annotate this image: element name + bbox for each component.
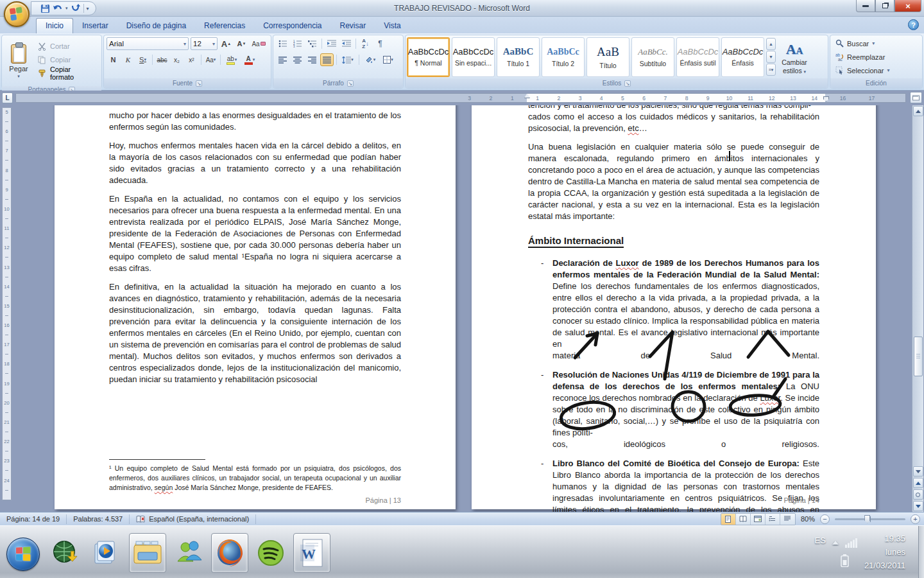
- copy-button[interactable]: Copiar: [35, 53, 99, 66]
- tab-referencias[interactable]: Referencias: [195, 19, 254, 33]
- superscript-button[interactable]: x²: [185, 53, 198, 66]
- style-item--nfasis[interactable]: AaBbCcDcÉnfasis: [721, 37, 764, 77]
- clear-formatting-button[interactable]: Aa: [250, 37, 267, 50]
- taskbar-item-messenger[interactable]: [170, 533, 207, 573]
- gallery-down-button[interactable]: ▼: [766, 51, 776, 63]
- style-item-t-tulo-1[interactable]: AaBbCTítulo 1: [497, 37, 540, 77]
- page-14[interactable]: tención y el tratamiento de los paciente…: [472, 105, 876, 509]
- change-styles-button[interactable]: AA Cambiar estilos ▾: [778, 40, 811, 74]
- next-page-button[interactable]: [913, 501, 923, 511]
- taskbar-item-downloader[interactable]: [47, 533, 84, 573]
- font-dialog-launcher[interactable]: ↘: [196, 80, 202, 87]
- align-left-button[interactable]: [276, 53, 289, 66]
- undo-dropdown[interactable]: ▾: [65, 6, 68, 11]
- align-right-button[interactable]: [305, 53, 319, 66]
- numbering-button[interactable]: 123: [291, 37, 304, 50]
- network-icon[interactable]: [845, 538, 858, 548]
- show-desktop-button[interactable]: [918, 526, 924, 578]
- office-button[interactable]: [4, 1, 30, 27]
- multilevel-list-button[interactable]: [305, 37, 319, 50]
- font-family-select[interactable]: Arial▾: [107, 37, 189, 50]
- replace-button[interactable]: abac Reemplazar: [833, 51, 920, 63]
- font-size-select[interactable]: 12▾: [191, 37, 218, 50]
- line-spacing-button[interactable]: ▾: [339, 53, 356, 66]
- scrollbar-track[interactable]: [913, 117, 923, 466]
- font-color-button[interactable]: A ▾: [241, 53, 258, 66]
- style-item--normal[interactable]: AaBbCcDc¶ Normal: [407, 37, 450, 77]
- tab-insertar[interactable]: Insertar: [73, 19, 117, 33]
- format-painter-button[interactable]: Copiar formato: [35, 67, 99, 80]
- sort-button[interactable]: AZ↓: [359, 37, 372, 50]
- highlight-color-button[interactable]: ab ▾: [223, 53, 240, 66]
- underline-button[interactable]: S▾: [136, 53, 150, 66]
- show-hidden-icons-button[interactable]: [832, 541, 839, 545]
- select-browse-object-button[interactable]: [913, 489, 923, 500]
- style-item-t-tulo[interactable]: AaBTítulo: [586, 37, 629, 77]
- taskbar-item-media-player[interactable]: [88, 533, 125, 573]
- start-button[interactable]: [6, 538, 40, 571]
- styles-dialog-launcher[interactable]: ↘: [624, 80, 631, 87]
- find-button[interactable]: Buscar▾: [833, 37, 920, 49]
- zoom-slider[interactable]: [835, 518, 905, 520]
- shrink-font-button[interactable]: A▼: [235, 37, 248, 50]
- proofing-status[interactable]: Español (España, internacional): [130, 514, 256, 524]
- minimize-button[interactable]: [856, 0, 875, 12]
- save-button[interactable]: [40, 4, 50, 13]
- strikethrough-button[interactable]: abc: [155, 53, 169, 66]
- ruler-toggle-button[interactable]: [910, 92, 922, 103]
- style-item-t-tulo-2[interactable]: AaBbCcTítulo 2: [542, 37, 585, 77]
- vertical-scrollbar[interactable]: [912, 105, 923, 512]
- style-item-sin-espaci-[interactable]: AaBbCcDcSin espaci...: [452, 37, 495, 77]
- help-icon[interactable]: ?: [908, 19, 919, 30]
- zoom-slider-thumb[interactable]: [864, 515, 870, 523]
- gallery-more-button[interactable]: ≡▾: [766, 64, 776, 76]
- subscript-button[interactable]: x₂: [170, 53, 184, 66]
- undo-button[interactable]: [53, 4, 63, 13]
- style-item-subt-tulo[interactable]: AaBbCc.Subtítulo: [631, 37, 674, 77]
- scrollbar-thumb[interactable]: [914, 337, 923, 376]
- page-13[interactable]: mucho por hacer debido a las enormes des…: [55, 105, 456, 509]
- increase-indent-button[interactable]: [339, 37, 353, 50]
- close-button[interactable]: ×: [894, 0, 921, 12]
- select-button[interactable]: Seleccionar▾: [833, 64, 920, 76]
- taskbar-item-firefox[interactable]: [211, 533, 248, 573]
- show-paragraph-marks-button[interactable]: ¶: [373, 37, 387, 50]
- tab-correspondencia[interactable]: Correspondencia: [254, 19, 330, 33]
- web-layout-view-button[interactable]: [751, 514, 766, 525]
- tab-revisar[interactable]: Revisar: [331, 19, 375, 33]
- decrease-indent-button[interactable]: [325, 37, 338, 50]
- justify-button[interactable]: [320, 53, 334, 66]
- language-bar[interactable]: ES: [815, 536, 826, 545]
- fullscreen-reading-view-button[interactable]: [736, 514, 751, 525]
- battery-icon[interactable]: [841, 554, 849, 567]
- page-indicator[interactable]: Página: 14 de 19: [0, 514, 67, 524]
- bold-button[interactable]: N: [107, 53, 120, 66]
- print-layout-view-button[interactable]: [721, 514, 736, 525]
- align-center-button[interactable]: [291, 53, 304, 66]
- taskbar-item-spotify[interactable]: [252, 533, 289, 573]
- tab-inicio[interactable]: Inicio: [36, 18, 73, 33]
- gallery-up-button[interactable]: ▲: [766, 38, 776, 50]
- scroll-up-button[interactable]: [913, 106, 923, 116]
- tab-vista[interactable]: Vista: [375, 19, 409, 33]
- italic-button[interactable]: K: [121, 53, 135, 66]
- zoom-in-button[interactable]: +: [911, 514, 920, 524]
- scroll-down-button[interactable]: [913, 466, 923, 477]
- restore-button[interactable]: [875, 0, 894, 12]
- previous-page-button[interactable]: [913, 478, 923, 488]
- tab-stop-selector[interactable]: L: [2, 92, 13, 103]
- taskbar-item-word[interactable]: W: [293, 533, 330, 573]
- grow-font-button[interactable]: A▲: [219, 37, 233, 50]
- paragraph-dialog-launcher[interactable]: ↘: [347, 80, 354, 87]
- shading-button[interactable]: ▾: [362, 53, 379, 66]
- clock[interactable]: 19:35 lunes 21/03/2011: [864, 532, 905, 572]
- style-item--nfasis-sutil[interactable]: AaBbCcDcÉnfasis sutil: [676, 37, 719, 77]
- draft-view-button[interactable]: [780, 514, 795, 525]
- word-count[interactable]: Palabras: 4.537: [67, 514, 130, 524]
- customize-qat-dropdown[interactable]: ▾: [87, 6, 89, 12]
- borders-button[interactable]: ▾: [380, 53, 397, 66]
- taskbar-item-explorer[interactable]: [129, 533, 166, 573]
- outline-view-button[interactable]: [766, 514, 780, 525]
- horizontal-ruler[interactable]: L 321 1234567891011121314 1617: [0, 91, 924, 105]
- tab-diseno-de-pagina[interactable]: Diseño de página: [117, 19, 195, 33]
